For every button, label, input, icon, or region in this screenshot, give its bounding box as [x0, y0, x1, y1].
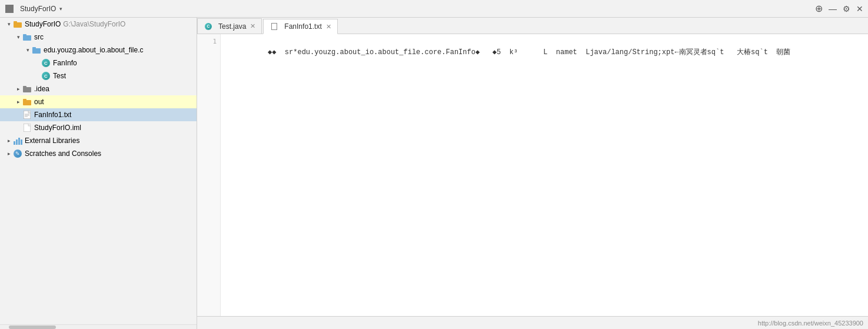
tab-icon-txt [270, 22, 279, 31]
chevron-idea [14, 85, 22, 93]
svg-rect-8 [23, 100, 31, 105]
svg-rect-2 [23, 35, 31, 41]
sidebar-item-edu-package[interactable]: edu.youzg.about_io.about_file.c [0, 44, 197, 57]
tab-close-test-java[interactable]: ✕ [250, 22, 255, 30]
code-area[interactable]: ◆◆ sr*edu.youzg.about_io.about_file.core… [221, 34, 868, 316]
svg-rect-4 [32, 48, 41, 54]
sidebar-item-faninfo1txt[interactable]: FanInfo1.txt [0, 108, 197, 121]
tabs-bar: C Test.java ✕ FanInfo1.txt ✕ [197, 18, 868, 34]
editor-content[interactable]: 1 ◆◆ sr*edu.youzg.about_io.about_file.co… [197, 34, 868, 316]
chevron-src [14, 33, 22, 41]
chevron-studyforio [5, 20, 13, 28]
svg-rect-16 [28, 124, 31, 126]
label-studyforio: StudyForIO [25, 20, 61, 28]
label-studyforioiml: StudyForIO.iml [34, 124, 81, 132]
sidebar-item-idea[interactable]: .idea [0, 82, 197, 95]
class-icon-test: C [41, 71, 51, 81]
chevron-out [14, 98, 22, 106]
tab-label-test-java: Test.java [218, 22, 246, 31]
chevron-ext-lib [5, 137, 13, 145]
title-bar-actions: ⊕ — ⚙ ✕ [815, 3, 863, 14]
project-dropdown-icon[interactable]: ▾ [59, 6, 62, 12]
tab-close-faninfo-txt[interactable]: ✕ [326, 23, 331, 31]
svg-rect-6 [23, 87, 31, 92]
close-icon[interactable]: ✕ [856, 4, 863, 14]
status-bar: http://blog.csdn.net/weixn_45233900 [197, 316, 868, 329]
sidebar-item-ext-libraries[interactable]: External Libraries [0, 134, 197, 147]
line-number-1: 1 [212, 36, 217, 47]
editor-area: C Test.java ✕ FanInfo1.txt ✕ 1 ◆◆ sr*edu… [197, 18, 868, 329]
sidebar-hscrollbar[interactable] [0, 324, 197, 329]
title-bar: StudyForIO ▾ ⊕ — ⚙ ✕ [0, 0, 868, 18]
svg-rect-1 [14, 21, 17, 23]
project-title: StudyForIO [20, 5, 56, 13]
sidebar-item-studyforioiml[interactable]: StudyForIO.iml [0, 121, 197, 134]
sidebar-scroll-area[interactable]: StudyForIO G:\Java\StudyForIO src edu.yo… [0, 18, 197, 324]
sidebar-item-out[interactable]: out [0, 95, 197, 108]
chevron-scratches [5, 149, 13, 158]
settings-icon[interactable]: ⚙ [843, 4, 850, 14]
svg-rect-5 [32, 47, 36, 49]
folder-icon-idea [22, 84, 32, 94]
folder-icon-src [22, 32, 32, 42]
label-faninfo: FanInfo [53, 59, 77, 67]
iml-icon [22, 123, 32, 132]
svg-rect-11 [28, 111, 31, 113]
txt-icon-faninfo1 [22, 110, 32, 119]
main-layout: StudyForIO G:\Java\StudyForIO src edu.yo… [0, 18, 868, 329]
svg-rect-0 [14, 22, 22, 28]
tab-faninfo-txt[interactable]: FanInfo1.txt ✕ [263, 19, 337, 34]
sidebar-item-studyforio[interactable]: StudyForIO G:\Java\StudyForIO [0, 18, 197, 31]
folder-icon-edu [32, 45, 41, 55]
tab-icon-java: C [204, 22, 213, 31]
label-test: Test [53, 72, 66, 80]
label-src: src [34, 33, 44, 41]
sidebar-hscroll-thumb[interactable] [9, 325, 56, 329]
scratches-icon: ✎ [13, 149, 22, 158]
sidebar-item-src[interactable]: src [0, 31, 197, 44]
code-line-1: ◆◆ sr*edu.youzg.about_io.about_file.core… [260, 48, 791, 57]
svg-rect-9 [23, 99, 26, 101]
chevron-edu [24, 46, 32, 54]
project-folder-icon [5, 4, 14, 14]
sidebar-item-scratches[interactable]: ✎ Scratches and Consoles [0, 147, 197, 160]
label-scratches: Scratches and Consoles [25, 149, 101, 158]
label-faninfo1txt: FanInfo1.txt [34, 111, 71, 119]
minimize-icon[interactable]: — [829, 4, 837, 14]
class-icon-faninfo: C [41, 58, 51, 68]
folder-icon-out [22, 97, 32, 107]
svg-rect-3 [23, 34, 26, 36]
label-idea: .idea [34, 85, 49, 93]
label-out: out [34, 98, 44, 106]
label-edu-package: edu.youzg.about_io.about_file.c [44, 46, 143, 54]
path-studyforio: G:\Java\StudyForIO [63, 20, 125, 28]
sidebar-item-faninfo[interactable]: C FanInfo [0, 57, 197, 69]
ext-lib-icon [13, 136, 22, 145]
line-numbers: 1 [197, 34, 221, 316]
tab-test-java[interactable]: C Test.java ✕ [197, 18, 262, 34]
sidebar-item-test[interactable]: C Test [0, 69, 197, 82]
label-ext-libraries: External Libraries [25, 137, 79, 145]
sidebar: StudyForIO G:\Java\StudyForIO src edu.yo… [0, 18, 197, 329]
status-url: http://blog.csdn.net/weixn_45233900 [758, 320, 863, 327]
tab-label-faninfo-txt: FanInfo1.txt [284, 22, 321, 31]
svg-rect-7 [23, 86, 26, 88]
title-bar-left: StudyForIO ▾ [5, 4, 62, 14]
folder-icon-root [13, 19, 22, 29]
add-icon[interactable]: ⊕ [815, 3, 823, 14]
